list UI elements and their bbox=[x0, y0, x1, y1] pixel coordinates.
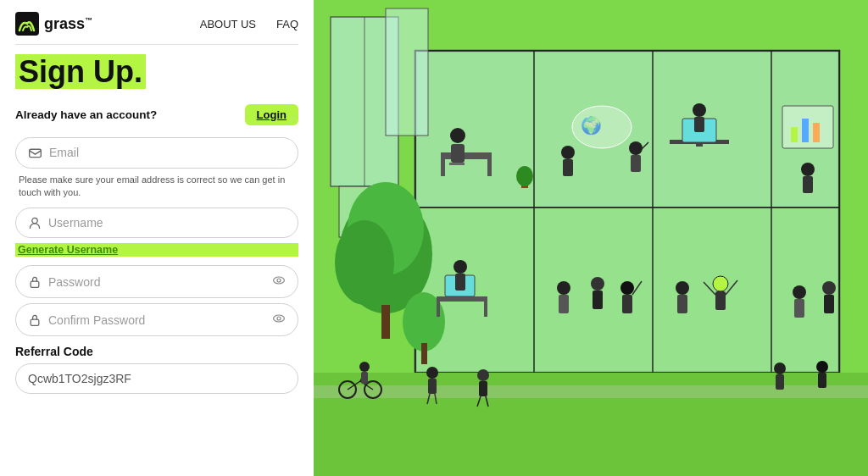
svg-point-65 bbox=[620, 281, 634, 295]
account-text: Already have an account? bbox=[15, 108, 157, 121]
password-field-group bbox=[15, 265, 298, 298]
svg-rect-57 bbox=[484, 302, 487, 317]
nav-divider bbox=[15, 44, 298, 45]
svg-rect-22 bbox=[386, 8, 428, 136]
right-panel: 🌍 bbox=[314, 0, 868, 476]
svg-rect-30 bbox=[314, 385, 868, 398]
referral-input[interactable] bbox=[28, 372, 286, 385]
referral-label: Referral Code bbox=[15, 345, 298, 358]
svg-text:🌍: 🌍 bbox=[581, 115, 602, 136]
svg-rect-40 bbox=[563, 159, 573, 176]
svg-point-74 bbox=[793, 285, 806, 299]
confirm-password-field-group bbox=[15, 303, 298, 336]
confirm-password-toggle-icon[interactable] bbox=[272, 312, 286, 328]
svg-rect-56 bbox=[437, 302, 440, 317]
svg-rect-62 bbox=[559, 295, 569, 313]
svg-point-61 bbox=[557, 281, 570, 295]
svg-point-5 bbox=[277, 279, 281, 282]
svg-rect-26 bbox=[381, 305, 390, 339]
svg-rect-83 bbox=[428, 379, 437, 394]
svg-rect-42 bbox=[631, 155, 641, 172]
svg-point-76 bbox=[822, 281, 836, 295]
svg-point-2 bbox=[32, 219, 37, 224]
svg-rect-81 bbox=[361, 372, 368, 384]
svg-point-92 bbox=[816, 361, 828, 373]
logo-text: grass™ bbox=[44, 15, 92, 33]
logo-area: grass™ bbox=[15, 12, 92, 36]
svg-point-25 bbox=[335, 220, 394, 305]
svg-rect-75 bbox=[794, 299, 804, 318]
svg-point-86 bbox=[477, 369, 489, 381]
svg-rect-60 bbox=[455, 274, 465, 291]
svg-point-63 bbox=[591, 277, 604, 291]
top-nav: grass™ ABOUT US FAQ bbox=[15, 0, 298, 44]
svg-point-47 bbox=[693, 103, 706, 117]
nav-about-us[interactable]: ABOUT US bbox=[200, 18, 256, 30]
password-toggle-icon[interactable] bbox=[272, 274, 286, 290]
svg-rect-33 bbox=[487, 159, 492, 176]
svg-point-4 bbox=[274, 277, 285, 284]
svg-rect-46 bbox=[696, 142, 703, 147]
user-icon bbox=[28, 216, 42, 230]
svg-rect-52 bbox=[813, 123, 820, 142]
email-input[interactable] bbox=[49, 146, 286, 159]
svg-rect-48 bbox=[694, 117, 704, 132]
svg-point-8 bbox=[277, 317, 281, 320]
svg-rect-51 bbox=[802, 119, 809, 142]
svg-point-95 bbox=[516, 166, 533, 186]
svg-point-90 bbox=[774, 363, 786, 374]
username-input[interactable] bbox=[48, 216, 286, 230]
svg-point-70 bbox=[713, 276, 728, 291]
page-title: Sign Up. bbox=[15, 55, 298, 89]
generate-username-link[interactable]: Generate Username bbox=[15, 243, 298, 257]
nav-faq[interactable]: FAQ bbox=[276, 18, 298, 30]
svg-rect-3 bbox=[31, 281, 39, 287]
svg-rect-71 bbox=[715, 291, 726, 310]
svg-rect-50 bbox=[791, 127, 798, 142]
lock-confirm-icon bbox=[28, 313, 42, 327]
svg-point-59 bbox=[453, 260, 467, 274]
svg-point-41 bbox=[629, 141, 643, 155]
svg-rect-54 bbox=[803, 176, 813, 193]
password-input[interactable] bbox=[48, 275, 265, 289]
login-button[interactable]: Login bbox=[245, 104, 298, 125]
svg-rect-55 bbox=[437, 296, 487, 302]
email-field-group bbox=[15, 137, 298, 169]
svg-rect-31 bbox=[441, 152, 492, 159]
email-helper-text: Please make sure your email address is c… bbox=[15, 174, 298, 200]
illustration: 🌍 bbox=[314, 0, 868, 476]
confirm-password-input[interactable] bbox=[48, 313, 265, 327]
svg-rect-6 bbox=[31, 319, 39, 325]
grass-logo-icon bbox=[15, 12, 39, 36]
lock-icon bbox=[28, 275, 42, 289]
svg-rect-32 bbox=[441, 159, 445, 176]
svg-rect-93 bbox=[818, 373, 826, 388]
svg-rect-36 bbox=[449, 163, 465, 165]
account-row: Already have an account? Login bbox=[15, 104, 298, 125]
referral-field-group bbox=[15, 363, 298, 394]
svg-point-82 bbox=[426, 367, 438, 379]
svg-rect-69 bbox=[677, 295, 687, 313]
svg-rect-91 bbox=[776, 374, 784, 390]
username-field-group bbox=[15, 208, 298, 238]
svg-point-80 bbox=[359, 362, 370, 372]
svg-rect-28 bbox=[421, 343, 427, 364]
svg-point-53 bbox=[801, 163, 815, 176]
svg-point-68 bbox=[676, 281, 689, 295]
svg-rect-66 bbox=[622, 295, 632, 313]
svg-rect-64 bbox=[593, 291, 603, 309]
svg-point-7 bbox=[274, 315, 285, 322]
svg-point-39 bbox=[561, 146, 575, 159]
svg-rect-1 bbox=[30, 149, 42, 157]
svg-rect-87 bbox=[479, 381, 487, 396]
svg-rect-35 bbox=[451, 144, 465, 163]
left-panel: grass™ ABOUT US FAQ Sign Up. Already hav… bbox=[0, 0, 314, 476]
svg-point-34 bbox=[450, 128, 465, 143]
email-icon bbox=[28, 146, 42, 160]
svg-rect-77 bbox=[824, 295, 834, 313]
